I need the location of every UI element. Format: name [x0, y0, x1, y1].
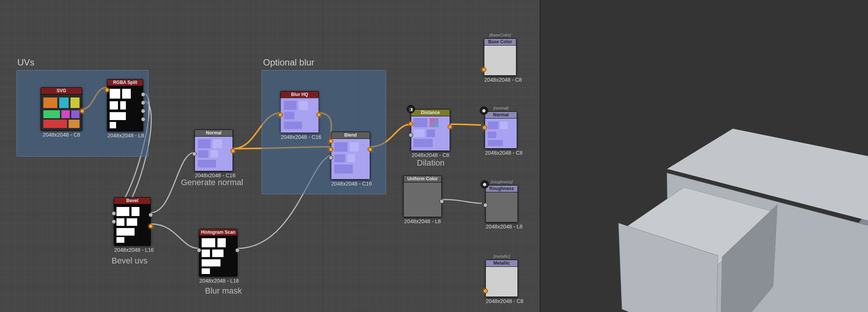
port-in-mask[interactable]: [329, 155, 333, 160]
badge-2d-icon[interactable]: ◨: [407, 105, 415, 113]
port-out[interactable]: [235, 248, 240, 253]
node-basecolor-pretitle: [BaseColor]: [484, 33, 516, 37]
node-metal-pretitle: [metallic]: [486, 254, 517, 259]
node-bevel-caption: 2048x2048 - L16: [114, 247, 150, 253]
port-in[interactable]: [278, 113, 283, 117]
port-in[interactable]: [482, 125, 487, 130]
node-rgba-title: RGBA Split: [107, 79, 143, 86]
node-hist-title: Histogram Scan: [199, 229, 237, 236]
node-normal-caption: 2048x2048 - C16: [195, 172, 233, 178]
node-blurhq-title: Blur HQ: [281, 91, 318, 98]
node-distance-caption: 2048x2048 - C8: [411, 152, 450, 158]
port-out[interactable]: [317, 113, 321, 117]
port-out[interactable]: [439, 199, 444, 204]
badge-3d-icon[interactable]: ⬢: [481, 180, 489, 189]
port-in[interactable]: [105, 88, 109, 92]
port-out[interactable]: [231, 149, 235, 153]
port-out[interactable]: [448, 125, 452, 129]
node-rough-title: Roughness: [486, 186, 517, 192]
port-in[interactable]: [192, 152, 197, 156]
node-outnormal-pretitle: [normal]: [485, 106, 517, 110]
node-rgba-split[interactable]: RGBA Split 2048x2048 - L8: [107, 79, 143, 131]
port-in[interactable]: [483, 289, 488, 293]
node-distance-title: Distance: [411, 110, 450, 116]
port-out[interactable]: [368, 147, 372, 152]
port-in-1[interactable]: [112, 211, 116, 216]
node-output-roughness[interactable]: [roughness] Roughness ⬢ 2048x2048 - L8: [485, 185, 518, 222]
label-blur-mask: Blur mask: [205, 286, 242, 296]
preview-mesh: [540, 0, 868, 312]
node-uniform-color[interactable]: Uniform Color 2048x2048 - L8: [403, 175, 442, 217]
node-metal-caption: 2048x2048 - C8: [486, 298, 517, 304]
port-out-1[interactable]: [148, 213, 153, 217]
port-out-g[interactable]: [141, 100, 145, 105]
port-out-b[interactable]: [141, 109, 145, 113]
group-blur-title: Optional blur: [263, 57, 314, 68]
node-distance[interactable]: Distance ◨ 2048x2048 - C8: [411, 109, 450, 151]
node-output-metallic[interactable]: [metallic] Metallic 2048x2048 - C8: [485, 260, 518, 297]
node-svg[interactable]: SVG 2048x2048 - C8: [41, 87, 82, 131]
node-blend[interactable]: Blend 2048x2048 - C16: [331, 132, 370, 180]
node-uniform-caption: 2048x2048 - L8: [404, 218, 441, 224]
node-metal-title: Metallic: [486, 260, 517, 266]
node-rough-caption: 2048x2048 - L8: [486, 224, 517, 230]
node-blend-title: Blend: [331, 132, 370, 138]
node-output-normal[interactable]: [normal] Normal ⬢ 2048x2048 - C8: [485, 111, 517, 149]
node-normal[interactable]: Normal 2048x2048 - C16: [194, 129, 233, 171]
port-in[interactable]: [482, 67, 486, 72]
node-outnormal-caption: 2048x2048 - C8: [485, 150, 517, 156]
node-bevel[interactable]: Bevel 2048x2048 - L16: [114, 197, 151, 246]
node-svg-caption: 2048x2048 - C8: [41, 132, 82, 138]
node-blend-caption: 2048x2048 - C16: [331, 181, 370, 187]
port-out-a[interactable]: [141, 117, 145, 122]
node-basecolor-caption: 2048x2048 - C8: [484, 77, 516, 83]
port-in[interactable]: [483, 203, 488, 207]
port-out-2[interactable]: [148, 224, 153, 228]
port-in-bg[interactable]: [329, 147, 333, 152]
node-blur-hq[interactable]: Blur HQ 2048x2048 - C16: [280, 91, 319, 133]
port-in-src[interactable]: [409, 122, 413, 126]
node-normal-title: Normal: [195, 130, 233, 136]
label-generate-normal: Generate normal: [181, 178, 243, 187]
node-svg-title: SVG: [41, 88, 82, 94]
port-in-fg[interactable]: [329, 139, 333, 143]
node-outnormal-title: Normal: [485, 112, 517, 118]
viewport-3d[interactable]: [540, 0, 868, 312]
port-in-2[interactable]: [112, 219, 116, 224]
node-bevel-title: Bevel: [114, 198, 150, 204]
port-in[interactable]: [197, 248, 201, 253]
label-dilation: Dilation: [417, 158, 444, 168]
node-output-basecolor[interactable]: [BaseColor] Base Color 2048x2048 - C8: [484, 38, 516, 76]
label-bevel-uvs: Bevel uvs: [112, 256, 147, 266]
node-hist-caption: 2048x2048 - L16: [199, 278, 237, 284]
node-basecolor-title: Base Color: [484, 39, 516, 45]
port-in-mask[interactable]: [409, 133, 413, 137]
node-blurhq-caption: 2048x2048 - C16: [281, 134, 318, 140]
group-uvs-title: UVs: [17, 57, 34, 68]
badge-3d-icon[interactable]: ⬢: [480, 107, 488, 115]
node-rough-pretitle: [roughness]: [486, 180, 517, 184]
node-uniform-title: Uniform Color: [404, 176, 441, 182]
port-out-r[interactable]: [141, 92, 145, 97]
port-out[interactable]: [80, 109, 84, 113]
node-graph-panel[interactable]: UVs Optional blur Generate normal Bevel …: [0, 0, 540, 312]
node-histogram-scan[interactable]: Histogram Scan 2048x2048 - L16: [199, 229, 237, 277]
node-rgba-caption: 2048x2048 - L8: [107, 132, 143, 138]
